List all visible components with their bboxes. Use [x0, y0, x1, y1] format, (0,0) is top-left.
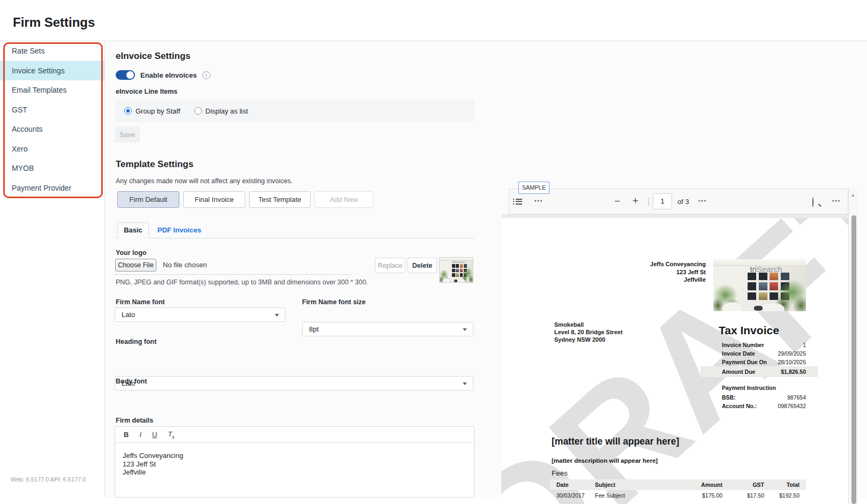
matter-description-placeholder: [matter description will appear here] — [552, 457, 658, 464]
template-firm-default-button[interactable]: Firm Default — [117, 191, 179, 208]
delete-button[interactable]: Delete — [408, 258, 437, 273]
radio-group-by-staff[interactable]: Group by Staff — [124, 107, 180, 115]
photo-table-decor — [454, 280, 457, 282]
search-icon[interactable] — [812, 197, 813, 207]
preview-scrollbar: ▲ — [848, 189, 858, 504]
photo-chair-right — [456, 279, 465, 283]
amount-due-row: Amount Due$1,826.50 — [700, 366, 818, 377]
invoice-recipient-block: Smokeball Level 8, 20 Bridge Street Sydn… — [554, 321, 623, 343]
photo-table-decor — [754, 306, 763, 311]
sidebar-item-email-templates[interactable]: Email Templates — [0, 80, 104, 100]
invoice-firm-block: Jeffs Conveyancing 123 Jeff St Jeffville — [650, 260, 706, 284]
invoice-page: DRAFT Jeffs Conveyancing 123 Jeff St Jef… — [501, 218, 848, 504]
template-test-template-button[interactable]: Test Template — [249, 191, 311, 208]
radio-selected-icon[interactable] — [124, 107, 132, 115]
version-text: Web: 6.5177.0 API: 6.5177.0 — [11, 476, 86, 483]
page-title: Firm Settings — [13, 15, 95, 30]
thumbnails-panel-icon[interactable] — [516, 197, 522, 206]
save-button[interactable]: Save — [115, 126, 140, 142]
sidebar-item-gst[interactable]: GST — [0, 100, 104, 120]
more-options-left-icon[interactable]: ⋯ — [534, 195, 543, 206]
bold-icon[interactable]: B — [124, 431, 129, 439]
tabs-divider — [115, 238, 474, 238]
radio-display-as-list[interactable]: Display as list — [194, 107, 248, 115]
sidebar-item-accounts[interactable]: Accounts — [0, 119, 104, 139]
invoice-logo-image: triSearch — [713, 259, 806, 311]
more-page-options-icon[interactable]: ⋯ — [698, 195, 707, 206]
scroll-up-icon[interactable]: ▲ — [851, 193, 855, 198]
firm-details-line: Jeffs Conveyancing — [123, 452, 466, 460]
editor-toolbar: B I U Tx — [115, 427, 474, 443]
firm-name-font-label: Firm Name font — [116, 298, 165, 306]
sidebar-item-xero[interactable]: Xero — [0, 139, 104, 159]
page-number-input[interactable]: 1 — [653, 193, 672, 209]
template-add-new-button[interactable]: Add New — [314, 191, 373, 208]
invoice-details-table: Invoice Number1 Invoice Date29/09/2025 P… — [722, 341, 806, 366]
template-settings-note: Any changes made now will not affect any… — [116, 177, 293, 185]
radio-display-as-list-label: Display as list — [206, 107, 248, 115]
scrollbar-thumb[interactable] — [851, 215, 856, 504]
zoom-in-icon[interactable]: + — [632, 195, 638, 206]
einvoice-line-items-group: Group by Staff Display as list — [115, 100, 474, 122]
enable-einvoices-toggle[interactable] — [116, 70, 135, 80]
invoice-settings-form: eInvoice Settings Enable eInvoices i eIn… — [115, 41, 474, 498]
firm-details-label: Firm details — [116, 417, 153, 424]
italic-icon[interactable]: I — [139, 431, 141, 439]
payment-details-table: BSB:987654 Account No.:098765432 — [722, 393, 806, 410]
template-settings-heading: Template Settings — [116, 159, 193, 170]
radio-group-by-staff-label: Group by Staff — [135, 107, 180, 115]
payment-instruction-label: Payment Instruction — [722, 385, 776, 391]
template-selector-row: Firm Default Final Invoice Test Template… — [117, 191, 373, 208]
enable-einvoices-row: Enable eInvoices i — [116, 70, 210, 80]
fees-table-row: 30/03/2017 Fee Subject $175.00 $17.50 $1… — [550, 490, 806, 501]
photo-chair-right — [759, 303, 785, 311]
firm-details-editor: B I U Tx Jeffs Conveyancing 123 Jeff St … — [115, 426, 474, 498]
matter-title-placeholder: [matter title will appear here] — [552, 436, 679, 447]
pdf-preview-pane: ⋯ − + | 1 of 3 ⋯ ⋯ DRAFT Jeffs Conveyanc… — [501, 189, 858, 504]
firm-settings-screen: Firm Settings Rate Sets Invoice Settings… — [0, 0, 867, 504]
replace-button[interactable]: Replace — [375, 258, 405, 273]
file-status-text: No file chosen — [163, 261, 207, 269]
zoom-out-icon[interactable]: − — [614, 196, 620, 206]
tax-invoice-title: Tax Invoice — [719, 324, 779, 337]
clear-format-icon[interactable]: Tx — [168, 430, 174, 440]
logo-thumbnail-image: triSearch — [439, 257, 473, 283]
sidebar-item-myob[interactable]: MYOB — [0, 159, 104, 178]
your-logo-label: Your logo — [116, 249, 146, 257]
template-final-invoice-button[interactable]: Final Invoice — [183, 191, 245, 208]
trisearch-logo-text: triSearch — [750, 265, 782, 274]
firm-details-line: 123 Jeff St — [123, 460, 466, 469]
enable-einvoices-label: Enable eInvoices — [140, 71, 197, 79]
sidebar-item-payment-provider[interactable]: Payment Provider — [0, 178, 104, 198]
page-count-label: of 3 — [677, 198, 689, 206]
firm-name-font-select[interactable]: Lato — [115, 307, 285, 322]
body-font-label: Body font — [116, 378, 147, 385]
firm-details-line: Jeffville — [123, 468, 466, 477]
heading-font-label: Heading font — [116, 338, 156, 345]
sidebar-item-rate-sets[interactable]: Rate Sets — [0, 41, 104, 61]
tab-basic[interactable]: Basic — [117, 222, 149, 238]
fees-heading: Fees — [552, 469, 568, 477]
tab-pdf-invoices[interactable]: PDF Invoices — [157, 226, 201, 234]
sidebar-item-invoice-settings[interactable]: Invoice Settings — [0, 61, 104, 81]
toolbar-separator: | — [647, 197, 650, 206]
fees-table: Date Subject Amount GST Total 30/03/2017… — [550, 479, 806, 501]
underline-icon[interactable]: U — [152, 431, 157, 439]
settings-sidebar: Rate Sets Invoice Settings Email Templat… — [0, 41, 105, 498]
fees-table-header: Date Subject Amount GST Total — [550, 479, 806, 490]
firm-details-textarea[interactable]: Jeffs Conveyancing 123 Jeff St Jeffville — [115, 443, 474, 485]
choose-file-button[interactable]: Choose File — [115, 259, 156, 272]
sample-badge: SAMPLE — [518, 182, 549, 194]
info-icon[interactable]: i — [202, 71, 210, 79]
einvoice-settings-heading: eInvoice Settings — [116, 51, 191, 62]
firm-name-font-size-label: Firm Name font size — [302, 298, 366, 306]
viewer-background — [501, 214, 848, 218]
more-options-right-icon[interactable]: ⋯ — [832, 195, 841, 206]
logo-format-hint: PNG, JPEG and GIF format(s) supported, u… — [116, 279, 368, 286]
pdf-toolbar: ⋯ − + | 1 of 3 ⋯ ⋯ — [509, 189, 848, 214]
einvoice-line-items-label: eInvoice Line Items — [116, 88, 177, 95]
firm-name-font-size-select[interactable]: 8pt — [302, 322, 473, 336]
radio-unselected-icon[interactable] — [194, 107, 202, 115]
heading-font-select[interactable]: Lato — [115, 376, 473, 390]
file-field-underline — [115, 274, 351, 275]
